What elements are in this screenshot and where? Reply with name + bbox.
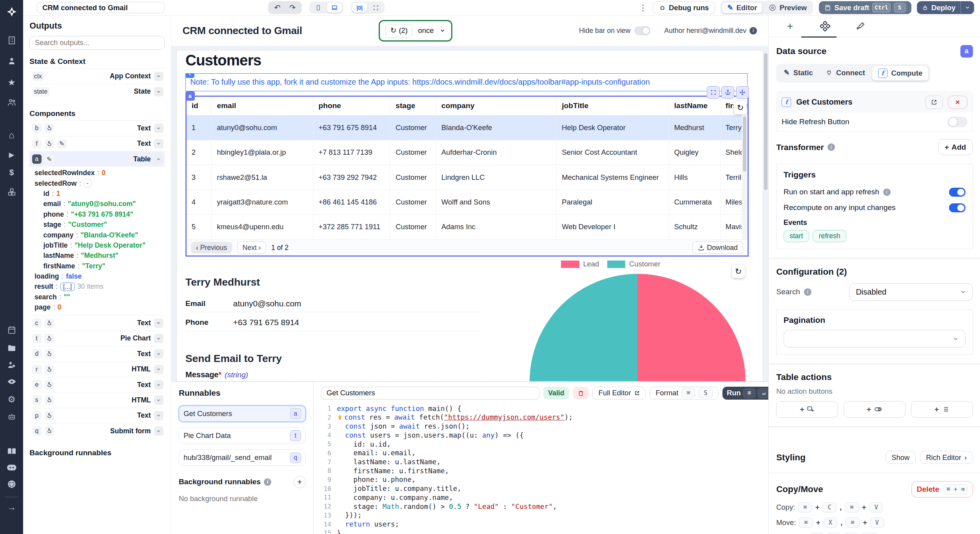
component-output-row-q[interactable]: qSubmit form — [29, 423, 165, 438]
table-cell[interactable]: kmeus4@upenn.edu — [212, 215, 313, 239]
code-line[interactable]: 11 company: u.company.name, — [314, 493, 780, 502]
mobile-view-icon[interactable] — [310, 3, 325, 13]
state-entry-phone[interactable]: phone:"+63 791 675 8914" — [29, 209, 165, 219]
code-line[interactable]: 2const res = await fetch("https://dummyj… — [314, 413, 780, 422]
chevron-down-icon[interactable] — [154, 349, 163, 358]
attached-runnable-row[interactable]: f Get Customers × — [776, 91, 973, 112]
legend-swatch-customer[interactable] — [607, 261, 625, 268]
state-entry-loading[interactable]: loading:false — [29, 271, 165, 281]
hide-refresh-toggle[interactable] — [947, 117, 967, 127]
code-line[interactable]: 7 lastName: u.lastName, — [314, 458, 780, 467]
table-cell[interactable]: Customer — [390, 165, 436, 190]
tab-editor[interactable]: ✎ Editor — [722, 2, 762, 13]
code-line[interactable]: 9 phone: u.phone, — [314, 475, 780, 484]
table-cell[interactable]: 3 — [187, 165, 212, 190]
state-entry-firstName[interactable]: firstName:"Terry" — [29, 261, 165, 271]
state-entry-company[interactable]: company:"Blanda-O'Keefe" — [29, 230, 165, 240]
code-line[interactable]: 6 email: u.email, — [314, 449, 780, 458]
state-entry-result[interactable]: result:[...]30 items — [29, 282, 165, 292]
windmill-logo-icon[interactable] — [0, 0, 23, 23]
detach-runnable-button[interactable]: × — [948, 96, 967, 109]
column-header-email[interactable]: email — [212, 97, 313, 115]
customers-table-component[interactable]: a ↻ idemailphonestagecompanyjobTitlelast… — [185, 96, 749, 257]
table-cell[interactable]: Cummerata — [669, 190, 720, 214]
hide-bar-toggle[interactable] — [634, 26, 651, 35]
code-line[interactable]: 4 const users = json.users.map((u: any) … — [314, 431, 780, 440]
code-line[interactable]: 14 return users; — [314, 520, 780, 529]
chevron-down-icon[interactable] — [154, 334, 163, 343]
table-cell[interactable]: Schultz — [669, 215, 720, 239]
legend-swatch-lead[interactable] — [561, 261, 579, 268]
table-cell[interactable]: Lindgren LLC — [436, 165, 557, 190]
component-output-row-r[interactable]: rHTML — [29, 362, 165, 377]
fullwidth-icon[interactable] — [368, 3, 383, 13]
table-cell[interactable]: yraigatt3@nature.com — [212, 190, 313, 214]
note-text-component[interactable]: f Note: To fully use this app, fork it a… — [185, 73, 748, 91]
user-icon[interactable] — [0, 56, 23, 66]
table-cell[interactable]: 2 — [187, 140, 212, 165]
mode-compute[interactable]: f Compute — [872, 65, 928, 81]
favorites-star-icon[interactable]: ★ — [0, 77, 23, 88]
schedules-icon[interactable] — [0, 325, 23, 335]
table-cell[interactable]: Aufderhar-Cronin — [436, 140, 557, 165]
state-entry-jobTitle[interactable]: jobTitle:"Help Desk Operator" — [29, 240, 165, 250]
table-cell[interactable]: +63 791 675 8914 — [313, 115, 390, 140]
table-refresh-button[interactable]: ↻ — [734, 101, 747, 114]
chevron-down-icon[interactable] — [154, 395, 163, 405]
groups-icon[interactable] — [0, 98, 23, 107]
center-align-icon[interactable]: |0| — [352, 3, 367, 13]
search-outputs-input[interactable] — [29, 36, 165, 50]
run-on-start-toggle[interactable] — [949, 188, 965, 196]
discord-icon[interactable] — [0, 463, 23, 472]
code-line[interactable]: 12 stage: Math.random() > 0.5 ? "Lead" :… — [314, 502, 780, 511]
state-entry-stage[interactable]: stage:"Customer" — [29, 219, 165, 230]
column-header-company[interactable]: company — [436, 97, 557, 115]
next-page-button[interactable]: Next › — [237, 241, 266, 254]
info-icon[interactable]: i — [804, 288, 811, 296]
chevron-down-icon[interactable] — [154, 380, 163, 389]
info-icon[interactable]: i — [264, 478, 271, 486]
resources-icon[interactable] — [0, 187, 23, 197]
component-output-row-d[interactable]: dText — [29, 346, 165, 361]
rich-editor-button[interactable]: Rich Editor › — [920, 451, 973, 464]
move-component-icon[interactable] — [736, 86, 749, 99]
code-line[interactable]: 13 })); — [314, 511, 780, 520]
table-cell[interactable]: Customer — [390, 190, 436, 214]
code-line[interactable]: 8 firstName: u.firstName, — [314, 466, 780, 475]
previous-page-button[interactable]: ‹ Previous — [191, 242, 232, 253]
chevron-up-icon[interactable] — [154, 154, 163, 164]
table-cell[interactable]: Adams Inc — [436, 215, 557, 239]
column-header-jobTitle[interactable]: jobTitle — [557, 97, 669, 115]
run-button[interactable]: Run ⌘ ↵ — [722, 387, 774, 400]
chevron-down-icon[interactable] — [154, 72, 163, 81]
ai-robot-icon[interactable] — [0, 412, 23, 422]
expand-component-icon[interactable] — [707, 86, 719, 99]
table-cell[interactable]: Customer — [390, 140, 436, 165]
table-cell[interactable]: atuny0@sohu.com — [212, 115, 313, 140]
table-cell[interactable]: Medhurst — [669, 115, 720, 140]
table-cell[interactable]: Senior Cost Accountant — [557, 140, 669, 165]
component-settings-tab[interactable] — [819, 21, 831, 31]
desktop-view-icon[interactable] — [327, 3, 342, 13]
component-output-row-f[interactable]: f✎Text — [29, 136, 165, 151]
info-icon[interactable]: i — [828, 143, 835, 151]
component-output-row-c[interactable]: cText — [29, 315, 165, 330]
chevron-down-icon[interactable] — [154, 426, 163, 436]
github-icon[interactable] — [0, 479, 23, 489]
full-editor-button[interactable]: Full Editor — [592, 387, 646, 400]
code-line[interactable]: 10 jobTitle: u.company.title, — [314, 484, 780, 493]
format-button[interactable]: Format ⌘ S — [650, 387, 719, 400]
variables-icon[interactable]: $ — [0, 168, 23, 177]
runnable-name-input[interactable] — [321, 387, 539, 400]
audit-eye-icon[interactable] — [0, 377, 23, 386]
kebab-menu-icon[interactable]: ⋮ — [639, 3, 647, 13]
recompute-toggle[interactable] — [949, 203, 965, 212]
table-cell[interactable]: Help Desk Operator — [557, 115, 669, 140]
table-row[interactable]: 2hbingley1@plala.or.jp+7 813 117 7139Cus… — [187, 140, 747, 165]
chevron-down-icon[interactable] — [154, 411, 163, 420]
chevron-down-icon[interactable] — [154, 319, 163, 328]
styling-tab[interactable] — [854, 22, 867, 31]
settings-gear-icon[interactable]: ⚙ — [0, 394, 23, 405]
code-line[interactable]: 15} — [314, 529, 780, 534]
workers-icon[interactable] — [0, 360, 23, 369]
